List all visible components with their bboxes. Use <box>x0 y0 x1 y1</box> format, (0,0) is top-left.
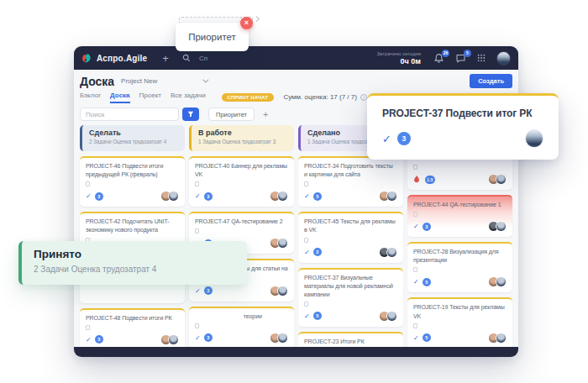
document-icon <box>86 325 90 330</box>
assignee-avatars <box>488 221 507 232</box>
assignee-avatar <box>525 129 543 148</box>
assignee-avatars <box>379 191 397 202</box>
document-icon <box>195 323 199 328</box>
dragged-task-title: PROJECT-37 Подвести итог РК <box>382 108 543 119</box>
task-card-title: PROJECT-40 Баннер для рекламы VK <box>195 162 288 179</box>
avatar <box>496 221 507 232</box>
task-card[interactable]: PROJECT-40 Баннер для рекламы VK✓3 <box>189 156 294 207</box>
task-card-title: PROJECT-42 Подсчитать UNIT-экономику нов… <box>86 218 179 234</box>
task-card-footer: ✓3 <box>86 191 179 202</box>
checkmark-icon: ✓ <box>195 192 201 200</box>
user-avatar[interactable] <box>496 51 511 66</box>
add-icon[interactable]: + <box>162 53 169 64</box>
app-logo[interactable]: Аспро.Agile <box>81 53 147 64</box>
assignee-avatars <box>160 191 179 202</box>
task-card-title: PROJECT-34 Подготовить тексты и картинки… <box>304 162 397 179</box>
column-subtitle: 2 Задачи Оценка трудозатрат 4 <box>89 139 178 144</box>
avatar <box>496 333 507 344</box>
checkmark-icon: ✓ <box>413 278 419 286</box>
task-card-title: PROJECT-46 Подвести итоги предыдущей РК … <box>86 162 179 179</box>
chevron-right-icon[interactable] <box>254 16 260 22</box>
assignee-avatars <box>270 191 288 202</box>
document-icon <box>413 165 417 170</box>
filter-button[interactable] <box>182 108 199 121</box>
task-card-title: теории <box>244 312 288 321</box>
checkmark-icon: ✓ <box>382 133 391 145</box>
task-card-footer: ✓3 <box>413 221 507 232</box>
priority-tooltip: Приоритет <box>176 23 249 51</box>
task-card[interactable]: PROJECT-48 Подвести итоги РК✓3 <box>80 308 185 347</box>
estimate-badge: 3 <box>204 192 213 201</box>
checkmark-icon: ✓ <box>304 312 310 320</box>
dragged-task-card[interactable]: PROJECT-37 Подвести итог РК ✓ 3 <box>367 93 559 160</box>
sprint-selector-label[interactable]: Сп <box>199 55 207 62</box>
search-input[interactable] <box>80 108 179 121</box>
document-icon <box>304 238 308 243</box>
column-header: Сделать2 Задачи Оценка трудозатрат 4 <box>80 125 185 151</box>
avatar <box>386 311 397 322</box>
task-card[interactable]: PROJECT-34 Подготовить тексты и картинки… <box>298 156 403 207</box>
time-tracked-label: Затрачено сегодня <box>376 51 421 56</box>
task-card-title: PROJECT-28 Визуализация для презентации <box>413 248 507 265</box>
column-title: Сделать <box>89 129 178 137</box>
avatar <box>386 191 397 202</box>
document-icon <box>304 181 308 186</box>
task-card[interactable]: PROJECT-19 Тексты для рекламы VK✓5 <box>407 297 512 347</box>
task-card-footer: ✓5 <box>304 311 397 322</box>
apps-grid-button[interactable] <box>477 50 486 66</box>
chevron-down-icon[interactable] <box>203 77 209 83</box>
avatar <box>496 174 507 185</box>
assignee-avatars <box>160 334 179 345</box>
task-card[interactable]: PROJECT-46 Подвести итоги предыдущей РК … <box>80 156 185 207</box>
task-card[interactable]: 1.5 <box>407 156 512 190</box>
task-card-title: PROJECT-45 Тексты для рекламы в VK <box>304 218 397 234</box>
tab-Бэклог[interactable]: Бэклог <box>80 92 101 103</box>
close-icon[interactable]: × <box>240 17 253 29</box>
project-selector[interactable]: Project New <box>121 77 157 85</box>
document-icon <box>413 267 417 272</box>
task-card-footer: ✓3 <box>86 334 179 345</box>
task-card-footer: ✓3 <box>195 191 288 202</box>
fire-icon <box>413 176 420 183</box>
assignee-avatars <box>270 286 288 296</box>
tab-Доска[interactable]: Доска <box>110 92 129 103</box>
messages-button[interactable]: 5 <box>455 53 466 64</box>
assignee-avatars <box>488 174 507 185</box>
estimate-badge: 3 <box>95 335 103 344</box>
priority-filter-chip[interactable]: Приоритет <box>208 108 255 121</box>
add-filter-button[interactable]: + <box>263 109 268 119</box>
page-title: Доска <box>80 75 114 88</box>
task-card[interactable]: PROJECT-44 QA-тестирование 1✓3 <box>407 195 512 237</box>
task-card[interactable]: PROJECT-37 Визуальные материалы для ново… <box>298 268 403 327</box>
task-card[interactable]: теории✓3 <box>189 307 294 347</box>
task-card-title: PROJECT-44 QA-тестирование 1 <box>413 201 507 209</box>
estimate-badge: 5 <box>313 192 322 201</box>
kanban-column-2: В работе1 Задача Оценка трудозатрат 3PRO… <box>189 125 294 347</box>
create-button[interactable]: Создать <box>470 74 512 88</box>
checkmark-icon: ✓ <box>304 249 310 256</box>
topbar-right: Затрачено сегодня 0ч 0м 26 5 <box>376 50 511 66</box>
task-card[interactable]: PROJECT-28 Визуализация для презентации✓… <box>407 242 512 292</box>
task-card[interactable]: PROJECT-23 Итоги РК✓5 <box>298 332 403 347</box>
info-icon[interactable]: i <box>360 94 367 101</box>
checkmark-icon: ✓ <box>413 223 419 230</box>
avatar <box>277 286 288 296</box>
task-card[interactable]: PROJECT-45 Тексты для рекламы в VK✓2 <box>298 212 403 262</box>
accepted-title: Принято <box>34 248 235 260</box>
tab-Все задачи[interactable]: Все задачи <box>171 92 206 103</box>
checkmark-icon: ✓ <box>195 287 201 295</box>
assignee-avatars <box>379 247 397 258</box>
accepted-column-card[interactable]: Принято 2 Задачи Оценка трудозатрат 4 <box>18 241 247 285</box>
checkmark-icon: ✓ <box>86 336 92 344</box>
avatar <box>168 191 179 202</box>
top-bar: Аспро.Agile + Сп Затрачено сегодня 0ч 0м… <box>74 46 518 70</box>
time-tracked-value: 0ч 0м <box>376 57 421 66</box>
task-card-title: PROJECT-19 Тексты для рекламы VK <box>413 303 507 320</box>
tab-Проект[interactable]: Проект <box>139 92 161 103</box>
notifications-button[interactable]: 26 <box>433 53 444 64</box>
kanban-column-1: Сделать2 Задачи Оценка трудозатрат 4PROJ… <box>80 125 185 347</box>
assignee-avatars <box>270 238 288 249</box>
search-icon[interactable] <box>182 54 191 62</box>
dragged-task-badge: 3 <box>397 132 411 145</box>
task-card-footer: ✓3 <box>195 333 288 344</box>
